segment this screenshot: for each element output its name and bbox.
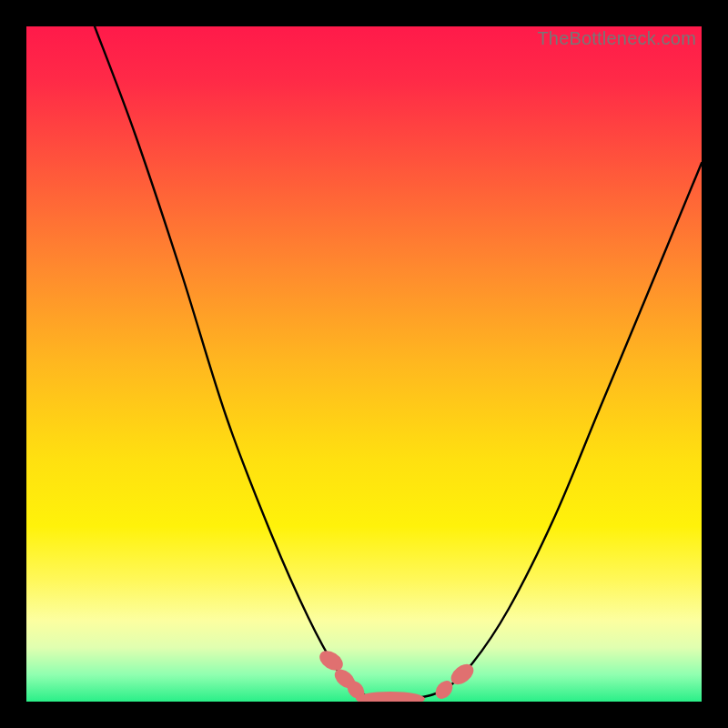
curve-group — [95, 26, 702, 700]
data-marker-3 — [356, 692, 425, 702]
series-left-curve — [95, 26, 390, 700]
marker-group — [316, 647, 477, 702]
chart-plot-area: TheBottleneck.com — [26, 26, 702, 702]
chart-svg — [26, 26, 702, 702]
chart-frame: TheBottleneck.com — [0, 0, 728, 728]
series-right-curve — [390, 163, 702, 700]
